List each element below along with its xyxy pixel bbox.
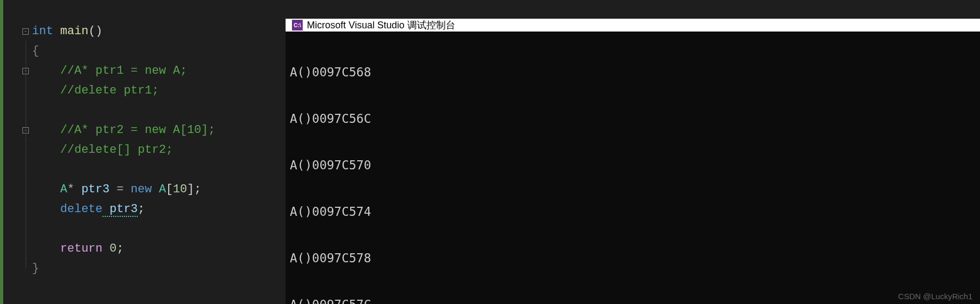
type: A <box>60 183 67 196</box>
indent <box>32 242 60 255</box>
comment: //delete ptr1; <box>60 84 159 97</box>
keyword-return: return <box>60 242 102 255</box>
code-line[interactable]: //A* ptr2 = new A[10]; <box>32 120 286 140</box>
paren: () <box>89 25 102 38</box>
code-line[interactable]: } <box>32 259 286 278</box>
code-line[interactable]: //A* ptr1 = new A; <box>32 61 286 81</box>
outline-column: - - - <box>5 21 32 278</box>
code-line[interactable]: //delete ptr1; <box>32 81 286 100</box>
console-line: A()0097C56C <box>290 111 976 127</box>
debug-console-window: C:\ Microsoft Visual Studio 调试控制台 A()009… <box>286 19 980 304</box>
indent <box>32 202 60 216</box>
code-line[interactable]: { <box>32 41 286 61</box>
code-area: - - - int main() { //A* ptr1 = new A; //… <box>0 21 286 278</box>
number: 10 <box>173 183 187 196</box>
op: * <box>67 183 81 196</box>
code-line[interactable]: A* ptr3 = new A[10]; <box>32 180 286 199</box>
code-line-blank[interactable] <box>32 219 286 239</box>
number: 0 <box>102 242 116 255</box>
semicolon: ; <box>138 202 145 216</box>
comment: //A* ptr1 = new A; <box>60 64 187 77</box>
type: A <box>152 183 165 196</box>
indent <box>32 123 60 137</box>
console-line: A()0097C570 <box>290 158 976 173</box>
brace-close: } <box>32 262 39 275</box>
indent <box>32 84 60 97</box>
code-line[interactable]: int main() <box>32 21 286 41</box>
watermark: CSDN @LuckyRich1 <box>898 292 973 301</box>
code-editor-pane[interactable]: - - - int main() { //A* ptr1 = new A; //… <box>0 0 286 304</box>
comment: //A* ptr2 = new A[10]; <box>60 123 215 137</box>
var-warning: ptr3 <box>102 202 138 217</box>
console-titlebar[interactable]: C:\ Microsoft Visual Studio 调试控制台 <box>286 19 980 32</box>
comment: //delete[] ptr2; <box>60 143 173 157</box>
code-line-blank[interactable] <box>32 160 286 180</box>
console-line: A()0097C57C <box>290 297 976 304</box>
semicolon: ; <box>116 242 123 255</box>
code-line[interactable]: return 0; <box>32 239 286 259</box>
indent <box>32 183 60 196</box>
function-name: main <box>53 25 89 38</box>
bracket: ]; <box>187 183 201 196</box>
code-line[interactable]: delete ptr3; <box>32 199 286 219</box>
fold-toggle-icon[interactable]: - <box>22 28 29 35</box>
indent <box>32 64 60 77</box>
console-line: A()0097C578 <box>290 251 976 266</box>
keyword-new: new <box>131 183 152 196</box>
brace-open: { <box>32 44 39 58</box>
console-line: A()0097C574 <box>290 204 976 220</box>
console-title: Microsoft Visual Studio 调试控制台 <box>307 19 455 32</box>
keyword-delete: delete <box>60 202 102 216</box>
var: ptr3 <box>81 183 109 196</box>
bracket: [ <box>166 183 173 196</box>
keyword-int: int <box>32 25 53 38</box>
code-line[interactable]: //delete[] ptr2; <box>32 140 286 160</box>
indent <box>32 143 60 157</box>
code-line-blank[interactable] <box>32 100 286 120</box>
code-lines[interactable]: int main() { //A* ptr1 = new A; //delete… <box>32 21 286 278</box>
console-app-icon: C:\ <box>292 20 303 30</box>
console-output[interactable]: A()0097C568 A()0097C56C A()0097C570 A()0… <box>286 32 980 304</box>
editor-change-margin <box>0 0 3 304</box>
op: = <box>109 183 131 196</box>
console-line: A()0097C568 <box>290 65 976 80</box>
